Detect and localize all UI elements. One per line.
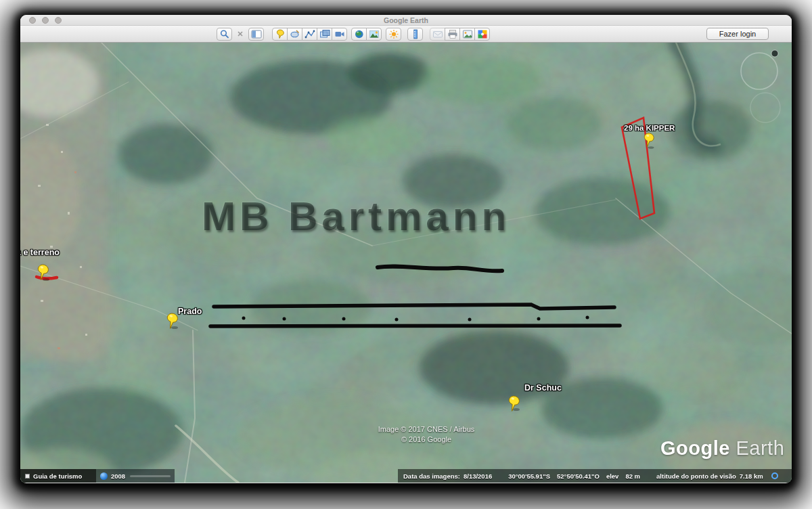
ruler-icon[interactable] (407, 28, 423, 41)
search-icon[interactable] (217, 28, 232, 41)
eye-altitude-label: altitude do ponto de visão (656, 472, 736, 480)
annotation-tools-group (272, 28, 347, 41)
traffic-lights (29, 17, 62, 24)
status-bar: Data das imagens: 8/13/2016 30°00'55.91"… (398, 469, 792, 483)
window-title: Google Earth (20, 15, 792, 26)
add-polygon-icon[interactable] (287, 28, 302, 41)
time-slider-year: 2008 (111, 472, 125, 480)
view-tools-group (351, 28, 382, 41)
zoom-button[interactable] (55, 17, 62, 24)
attribution-line-2: © 2016 Google (328, 435, 524, 445)
sunlight-icon[interactable] (386, 28, 401, 41)
tour-guide-checkbox[interactable] (25, 474, 30, 479)
map-viewport[interactable]: MB Bartmann 29 ha KIPPER a e terreno Pra… (20, 43, 792, 483)
logo-google: Google (660, 437, 730, 459)
satellite-imagery (20, 43, 792, 483)
email-icon[interactable] (430, 28, 445, 41)
placemark-label-schuc[interactable]: Dr Schuc (524, 383, 562, 393)
view-in-google-maps-icon[interactable] (474, 28, 490, 41)
time-slider-track[interactable] (130, 475, 171, 477)
google-earth-logo: Google Earth (660, 437, 784, 460)
imagery-attribution: Image © 2017 CNES / Airbus © 2016 Google (328, 424, 524, 445)
tour-guide-label: Guia de turismo (33, 472, 82, 480)
planets-icon[interactable] (351, 28, 367, 41)
latitude-value: 30°00'55.91"S (508, 472, 550, 480)
print-icon[interactable] (445, 28, 460, 41)
placemark-label-kipper[interactable]: 29 ha KIPPER (624, 124, 675, 132)
save-image-icon[interactable] (459, 28, 475, 41)
placemark-label-terreno[interactable]: a e terreno (20, 248, 60, 257)
sidebar-toggle-icon[interactable] (248, 28, 264, 41)
tour-guide-bar: Guia de turismo (20, 469, 96, 483)
historical-imagery-icon[interactable] (366, 28, 382, 41)
watermark: MB Bartmann (202, 193, 510, 240)
imagery-date-value: 8/13/2016 (464, 472, 492, 480)
add-image-overlay-icon[interactable] (317, 28, 332, 41)
titlebar: Google Earth (20, 15, 792, 26)
google-earth-window: Google Earth (20, 15, 792, 483)
elevation-value: 82 m (625, 472, 640, 480)
add-placemark-icon[interactable] (272, 28, 288, 41)
imagery-date-label: Data das imagens: (403, 472, 460, 480)
placemark-label-prado[interactable]: Prado (178, 307, 202, 316)
streaming-indicator-icon (771, 472, 778, 479)
elevation-label: elev (606, 472, 619, 480)
close-button[interactable] (29, 17, 36, 24)
minimize-button[interactable] (42, 17, 49, 24)
time-slider[interactable]: 2008 (96, 469, 175, 483)
logo-earth: Earth (736, 437, 784, 459)
time-slider-globe-icon (100, 472, 108, 480)
record-tour-icon[interactable] (332, 28, 347, 41)
clear-search-icon[interactable] (235, 28, 245, 41)
toolbar: Fazer login (20, 26, 792, 43)
login-button[interactable]: Fazer login (706, 28, 769, 40)
longitude-value: 52°50'50.41"O (557, 472, 600, 480)
screenshot-background: Google Earth (0, 0, 812, 509)
share-tools-group (430, 28, 490, 41)
eye-altitude-value: 7.18 km (740, 472, 763, 480)
redaction-bar-2 (210, 326, 620, 326)
attribution-line-1: Image © 2017 CNES / Airbus (328, 424, 524, 435)
add-path-icon[interactable] (302, 28, 317, 41)
